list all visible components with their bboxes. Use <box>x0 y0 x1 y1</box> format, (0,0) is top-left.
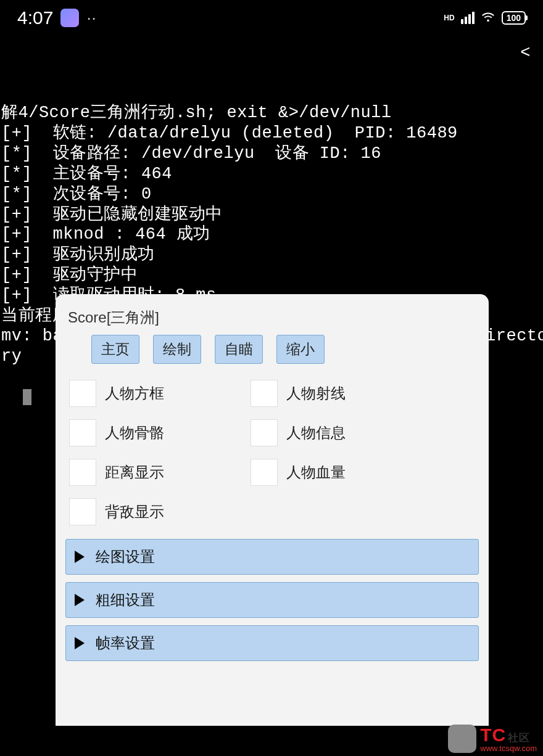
checkbox-box[interactable] <box>69 498 96 525</box>
watermark-url: www.tcsqw.com <box>480 744 537 752</box>
checkbox-label: 人物骨骼 <box>105 423 164 443</box>
tab-1[interactable]: 绘制 <box>153 335 201 364</box>
chevron-right-icon <box>75 551 85 563</box>
status-right: HD 100 <box>444 9 526 27</box>
tab-row: 主页绘制自瞄缩小 <box>91 335 479 364</box>
hd-indicator: HD <box>444 14 454 22</box>
checkbox-label: 人物信息 <box>286 423 346 443</box>
watermark: TC社区 www.tcsqw.com <box>448 725 537 753</box>
checkbox-box[interactable] <box>251 459 278 486</box>
checkbox-item-2-0[interactable]: 距离显示 <box>69 459 242 486</box>
expander-label: 绘图设置 <box>96 547 155 567</box>
status-bar: 4:07 ·· HD 100 <box>0 0 543 31</box>
expander-label: 帧率设置 <box>96 633 155 653</box>
cursor-icon <box>23 389 31 405</box>
app-icon <box>60 9 79 27</box>
tab-2[interactable]: 自瞄 <box>215 335 263 364</box>
checkbox-item-0-0[interactable]: 人物方框 <box>69 380 242 407</box>
tab-3[interactable]: 缩小 <box>276 335 325 364</box>
checkbox-box[interactable] <box>69 380 96 407</box>
expander-0[interactable]: 绘图设置 <box>65 539 479 575</box>
checkbox-label: 人物血量 <box>286 462 346 482</box>
checkbox-box[interactable] <box>69 419 96 446</box>
checkbox-item-3-0[interactable]: 背敌显示 <box>69 498 242 525</box>
clock-time: 4:07 <box>17 7 53 28</box>
more-icon: ·· <box>86 9 96 28</box>
status-left: 4:07 ·· <box>17 7 97 28</box>
expander-2[interactable]: 帧率设置 <box>65 625 479 661</box>
signal-icon <box>461 12 475 24</box>
back-chevron-icon[interactable]: < <box>520 43 531 64</box>
chevron-right-icon <box>75 637 85 649</box>
checkbox-box[interactable] <box>69 459 96 486</box>
checkbox-label: 人物方框 <box>105 384 164 403</box>
checkbox-item-0-1[interactable]: 人物射线 <box>251 380 423 407</box>
wifi-icon <box>481 9 495 27</box>
checkbox-box[interactable] <box>251 380 278 407</box>
watermark-brand: TC社区 <box>480 726 537 744</box>
checkbox-grid: 人物方框人物射线人物骨骼人物信息距离显示人物血量背敌显示 <box>69 380 479 525</box>
checkbox-item-1-0[interactable]: 人物骨骼 <box>69 419 242 446</box>
battery-indicator: 100 <box>502 11 526 25</box>
expander-label: 粗细设置 <box>96 590 155 610</box>
checkbox-label: 背敌显示 <box>105 502 164 522</box>
checkbox-item-2-1[interactable]: 人物血量 <box>251 459 423 486</box>
checkbox-box[interactable] <box>251 419 278 446</box>
watermark-icon <box>448 725 476 753</box>
cheat-panel[interactable]: Score[三角洲] 主页绘制自瞄缩小 人物方框人物射线人物骨骼人物信息距离显示… <box>56 294 489 726</box>
chevron-right-icon <box>75 594 85 606</box>
panel-title: Score[三角洲] <box>68 308 479 327</box>
tab-0[interactable]: 主页 <box>91 335 139 364</box>
checkbox-label: 人物射线 <box>286 384 346 403</box>
checkbox-item-1-1[interactable]: 人物信息 <box>251 419 423 446</box>
expander-1[interactable]: 粗细设置 <box>65 582 479 618</box>
checkbox-label: 距离显示 <box>105 462 164 482</box>
